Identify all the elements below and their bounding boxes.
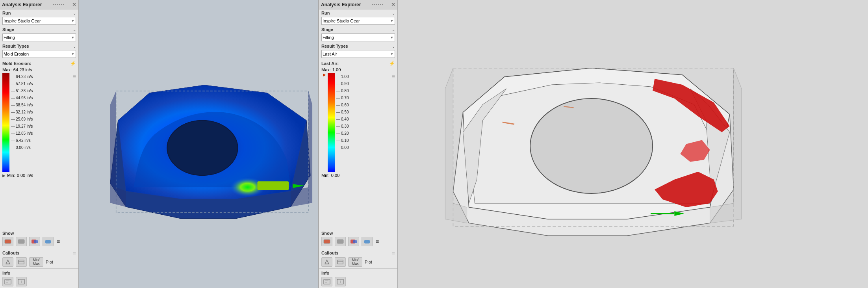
- left-explorer-panel: Analysis Explorer ✕ Run ⌄ Inspire Studio…: [0, 0, 79, 288]
- left-list-icon[interactable]: ≡: [73, 73, 76, 79]
- right-show-label: Show: [321, 231, 333, 236]
- left-info-section: Info i: [0, 268, 78, 288]
- right-show-section: Show: [319, 229, 397, 248]
- left-callout-icon-minmax[interactable]: Min/ Max: [29, 257, 43, 267]
- right-run-select-wrapper[interactable]: Inspire Studio Gear: [321, 17, 395, 25]
- left-legend-title: Mold Erosion:: [2, 61, 31, 66]
- svg-rect-28: [364, 240, 370, 243]
- right-lightning-icon[interactable]: ⚡: [389, 61, 395, 66]
- right-result-types-chevron[interactable]: ⌄: [392, 44, 395, 48]
- right-plot-label[interactable]: Plot: [365, 260, 372, 264]
- left-show-icon-2[interactable]: [16, 237, 27, 246]
- right-show-list-icon[interactable]: ≡: [376, 238, 379, 245]
- left-legend-section: Mold Erosion: ⚡ Max: 64.23 in/s 64.23 in…: [0, 59, 78, 229]
- left-explorer-title: Analysis Explorer: [2, 2, 42, 7]
- right-viewport[interactable]: [398, 0, 868, 288]
- left-result-types-chevron[interactable]: ⌄: [73, 44, 76, 48]
- right-explorer-title: Analysis Explorer: [321, 2, 361, 7]
- svg-rect-11: [5, 279, 11, 284]
- right-legend-entry-7: 0.30: [336, 123, 349, 130]
- right-show-icon-2[interactable]: [335, 237, 346, 246]
- right-callout-icon-1[interactable]: [321, 257, 332, 267]
- left-info-label: Info: [2, 271, 10, 275]
- right-legend-bar-area: ▶ 1.00 0.90 0.80 0.70 0.60 0.50 0.40 0.3…: [321, 73, 395, 172]
- left-info-icons: i: [2, 277, 76, 286]
- right-callout-icon-2[interactable]: [335, 257, 346, 267]
- right-callouts-section: Callouts ≡ Min/ Max: [319, 248, 397, 268]
- right-legend-labels: 1.00 0.90 0.80 0.70 0.60 0.50 0.40 0.30 …: [336, 73, 349, 172]
- left-callout-icon-2[interactable]: [16, 257, 27, 267]
- left-legend-labels: 64.23 in/s 57.81 in/s 51.38 in/s 44.96 i…: [11, 73, 33, 172]
- right-run-select[interactable]: Inspire Studio Gear: [321, 17, 395, 25]
- right-stage-chevron[interactable]: ⌄: [392, 28, 395, 32]
- right-legend-min-value: 0.00: [331, 173, 339, 178]
- svg-rect-31: [338, 260, 343, 264]
- svg-point-38: [530, 98, 653, 193]
- left-show-list-icon[interactable]: ≡: [57, 238, 60, 245]
- left-result-types-select[interactable]: Mold Erosion: [2, 50, 76, 58]
- left-run-chevron[interactable]: ⌄: [73, 11, 76, 15]
- left-legend-entry-1: 57.81 in/s: [11, 80, 33, 87]
- left-callouts-icons: Min/ Max Plot: [2, 257, 76, 267]
- right-run-chevron[interactable]: ⌄: [392, 11, 395, 15]
- left-result-types-select-wrapper[interactable]: Mold Erosion: [2, 50, 76, 58]
- right-callout-icon-minmax[interactable]: Min/ Max: [348, 257, 362, 267]
- right-explorer-header: Analysis Explorer ✕: [319, 0, 397, 9]
- left-legend-max-label: Max:: [2, 67, 12, 72]
- right-show-icons: ≡: [321, 237, 395, 246]
- right-show-icon-1[interactable]: [321, 237, 332, 246]
- right-close-button[interactable]: ✕: [391, 2, 395, 7]
- left-legend-header: Mold Erosion: ⚡: [2, 61, 76, 66]
- left-show-icon-3[interactable]: [29, 237, 40, 246]
- right-info-section: Info i: [319, 268, 397, 288]
- right-gear-svg: [398, 0, 868, 288]
- right-list-icon[interactable]: ≡: [392, 73, 395, 79]
- left-show-icons: ≡: [2, 237, 76, 246]
- left-run-select-wrapper[interactable]: Inspire Studio Gear: [2, 17, 76, 25]
- left-callout-icon-1[interactable]: [2, 257, 13, 267]
- right-run-label: Run: [321, 11, 330, 15]
- svg-point-16: [167, 121, 237, 176]
- left-close-button[interactable]: ✕: [72, 2, 76, 7]
- left-plot-label[interactable]: Plot: [46, 260, 53, 264]
- left-callouts-list-icon[interactable]: ≡: [73, 250, 76, 256]
- right-legend-title: Last Air:: [321, 61, 339, 66]
- left-info-icon-2[interactable]: i: [16, 277, 27, 286]
- left-stage-chevron[interactable]: ⌄: [73, 28, 76, 32]
- left-lightning-icon[interactable]: ⚡: [70, 61, 76, 66]
- left-legend-min-value: 0.00 in/s: [17, 173, 33, 178]
- right-stage-select-wrapper[interactable]: Filling: [321, 33, 395, 41]
- svg-rect-5: [34, 240, 38, 243]
- svg-rect-22: [324, 240, 330, 243]
- left-show-icon-4[interactable]: [43, 237, 54, 246]
- svg-rect-27: [353, 240, 357, 243]
- svg-rect-18: [258, 181, 289, 190]
- show-icon-4-svg: [45, 238, 52, 245]
- right-legend-section: Last Air: ⚡ Max: 1.00 ▶ 1.00 0.90 0: [319, 59, 397, 229]
- left-result-types-label: Result Types: [2, 44, 29, 48]
- right-stage-select[interactable]: Filling: [321, 33, 395, 41]
- left-info-icon-1[interactable]: [2, 277, 13, 286]
- left-run-select[interactable]: Inspire Studio Gear: [2, 17, 76, 25]
- right-legend-max-label: Max:: [321, 67, 331, 72]
- svg-text:i: i: [21, 280, 22, 284]
- right-show-icon-4[interactable]: [362, 237, 373, 246]
- right-legend-entry-6: 0.40: [336, 115, 349, 123]
- right-result-types-select-wrapper[interactable]: Last Air: [321, 50, 395, 58]
- left-stage-select[interactable]: Filling: [2, 33, 76, 41]
- left-stage-select-wrapper[interactable]: Filling: [2, 33, 76, 41]
- right-callouts-list-icon[interactable]: ≡: [392, 250, 395, 256]
- left-viewport[interactable]: [79, 0, 318, 288]
- left-mold-gradient-bar: [2, 73, 9, 172]
- left-show-icon-1[interactable]: [2, 237, 13, 246]
- right-info-icons: i: [321, 277, 395, 286]
- left-callouts-section: Callouts ≡ Min/ Max: [0, 248, 78, 268]
- right-info-icon-2[interactable]: i: [335, 277, 346, 286]
- right-legend-header: Last Air: ⚡: [321, 61, 395, 66]
- right-info-icon-1[interactable]: [321, 277, 332, 286]
- left-panel: Analysis Explorer ✕ Run ⌄ Inspire Studio…: [0, 0, 319, 288]
- left-callouts-label: Callouts: [2, 251, 19, 255]
- right-result-types-select[interactable]: Last Air: [321, 50, 395, 58]
- right-show-icon-3[interactable]: [348, 237, 359, 246]
- right-legend-entry-1: 0.90: [336, 80, 349, 87]
